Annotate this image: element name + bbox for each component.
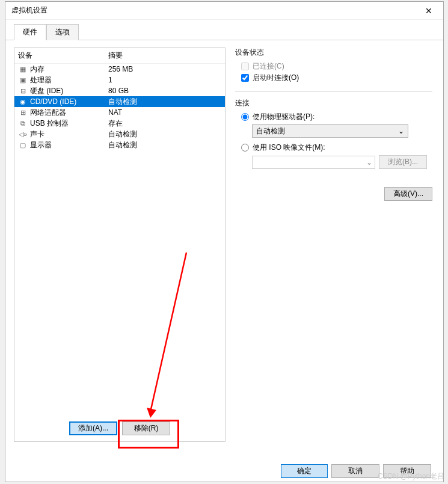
device-row[interactable]: ⊟硬盘 (IDE)80 GB xyxy=(14,85,225,96)
iso-row: ⌄ 浏览(B)... xyxy=(252,155,432,169)
device-summary: 1 xyxy=(108,76,221,84)
chevron-down-icon: ⌄ xyxy=(398,127,404,135)
physical-label: 使用物理驱动器(P): xyxy=(253,112,315,122)
window-title: 虚拟机设置 xyxy=(11,5,48,16)
advanced-row: 高级(V)... xyxy=(235,187,432,201)
connected-checkbox-row: 已连接(C) xyxy=(241,61,432,72)
cancel-button[interactable]: 取消 xyxy=(331,464,379,478)
connect-power-checkbox[interactable] xyxy=(241,74,249,82)
device-name: CD/DVD (IDE) xyxy=(30,97,108,106)
browse-button[interactable]: 浏览(B)... xyxy=(379,155,427,169)
divider xyxy=(235,91,432,92)
settings-panel: 设备状态 已连接(C) 启动时连接(O) 连接 使用物理驱动器(P): 自动检测… xyxy=(233,47,435,442)
ok-button[interactable]: 确定 xyxy=(281,464,328,478)
device-summary: NAT xyxy=(108,108,221,117)
device-icon: ⊞ xyxy=(18,108,28,117)
vm-settings-window: 虚拟机设置 ✕ 硬件 选项 设备 摘要 ▦内存256 MB▣处理器1⊟硬盘 (I… xyxy=(5,1,444,482)
iso-radio[interactable] xyxy=(241,144,249,152)
device-name: 内存 xyxy=(30,64,108,75)
physical-drive-select[interactable]: 自动检测 ⌄ xyxy=(252,124,408,138)
close-button[interactable]: ✕ xyxy=(417,2,441,19)
device-icon: ⊟ xyxy=(18,86,28,96)
advanced-button[interactable]: 高级(V)... xyxy=(384,187,432,201)
device-name: 显示器 xyxy=(30,140,108,150)
device-summary: 存在 xyxy=(108,118,221,129)
device-name: USB 控制器 xyxy=(30,118,108,129)
main-content: 设备 摘要 ▦内存256 MB▣处理器1⊟硬盘 (IDE)80 GB◉CD/DV… xyxy=(5,40,443,449)
device-panel: 设备 摘要 ▦内存256 MB▣处理器1⊟硬盘 (IDE)80 GB◉CD/DV… xyxy=(14,47,226,442)
physical-radio[interactable] xyxy=(241,113,249,121)
device-row[interactable]: ▢显示器自动检测 xyxy=(14,139,225,150)
titlebar: 虚拟机设置 ✕ xyxy=(5,2,443,20)
col-device-header: 设备 xyxy=(18,51,108,61)
tab-options[interactable]: 选项 xyxy=(46,24,79,40)
connect-power-label: 启动时连接(O) xyxy=(253,73,299,83)
device-name: 处理器 xyxy=(30,75,108,85)
col-summary-header: 摘要 xyxy=(108,51,221,61)
device-row[interactable]: ▣处理器1 xyxy=(14,75,225,85)
device-name: 硬盘 (IDE) xyxy=(30,86,108,96)
device-icon: ▦ xyxy=(18,64,28,74)
device-row[interactable]: ◉CD/DVD (IDE)自动检测 xyxy=(14,96,225,107)
list-header: 设备 摘要 xyxy=(14,48,225,64)
remove-button[interactable]: 移除(R) xyxy=(122,421,170,435)
iso-label: 使用 ISO 映像文件(M): xyxy=(253,142,325,153)
device-row[interactable]: ◁»声卡自动检测 xyxy=(14,129,225,139)
connection-group-title: 连接 xyxy=(235,98,432,108)
device-icon: ▢ xyxy=(18,140,28,150)
device-summary: 自动检测 xyxy=(108,97,221,107)
device-icon: ▣ xyxy=(18,75,28,85)
tabs: 硬件 选项 xyxy=(5,20,443,40)
connect-power-row[interactable]: 启动时连接(O) xyxy=(241,73,432,83)
device-icon: ⧉ xyxy=(18,118,28,128)
connected-checkbox xyxy=(241,63,249,70)
device-row[interactable]: ⊞网络适配器NAT xyxy=(14,107,225,118)
device-name: 网络适配器 xyxy=(30,108,108,118)
iso-radio-row[interactable]: 使用 ISO 映像文件(M): xyxy=(241,142,432,153)
device-icon: ◉ xyxy=(18,97,28,106)
device-summary: 自动检测 xyxy=(108,129,221,139)
device-row[interactable]: ▦内存256 MB xyxy=(14,64,225,75)
device-summary: 256 MB xyxy=(108,65,221,73)
device-name: 声卡 xyxy=(30,129,108,139)
physical-radio-row[interactable]: 使用物理驱动器(P): xyxy=(241,112,432,122)
watermark: CSDN @Python老吕 xyxy=(378,471,444,482)
tab-hardware[interactable]: 硬件 xyxy=(14,24,46,40)
status-group-title: 设备状态 xyxy=(235,47,432,58)
device-list[interactable]: ▦内存256 MB▣处理器1⊟硬盘 (IDE)80 GB◉CD/DVD (IDE… xyxy=(14,64,225,415)
device-icon: ◁» xyxy=(18,129,28,139)
add-button[interactable]: 添加(A)... xyxy=(69,421,117,435)
device-summary: 自动检测 xyxy=(108,140,221,150)
physical-drive-value: 自动检测 xyxy=(256,126,285,136)
device-summary: 80 GB xyxy=(108,87,221,95)
iso-path-input[interactable]: ⌄ xyxy=(252,156,375,169)
connected-label: 已连接(C) xyxy=(253,61,284,72)
device-buttons: 添加(A)... 移除(R) xyxy=(14,415,225,441)
device-row[interactable]: ⧉USB 控制器存在 xyxy=(14,118,225,129)
